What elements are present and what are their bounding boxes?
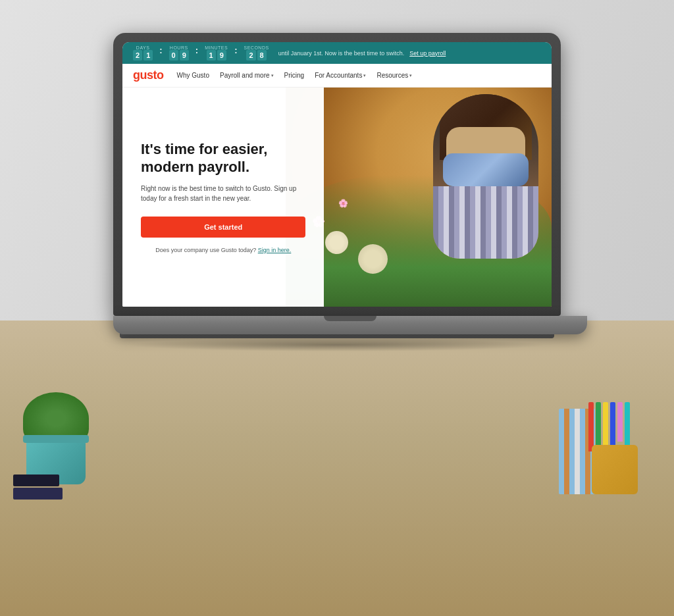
nav-pricing-label: Pricing (284, 72, 305, 79)
nav-for-accountants[interactable]: For Accountants ▾ (315, 72, 366, 79)
days-digit-1: 2 (133, 50, 142, 61)
laptop-lid: days 2 1 : hours 0 9 : (113, 33, 561, 316)
days-digits: 2 1 (133, 50, 153, 61)
signin-prompt-text: Does your company use Gusto today? (155, 247, 256, 253)
headline-line1: It's time for easier, (141, 141, 267, 157)
plant-decoration (20, 392, 92, 484)
nav-payroll-more[interactable]: Payroll and more ▾ (220, 72, 274, 79)
nav-why-gusto-label: Why Gusto (177, 72, 209, 79)
pen-green (596, 402, 601, 445)
pen-holder (592, 445, 638, 494)
hero-background-image: 🌸 🌸 (286, 88, 552, 307)
pen-blue (610, 402, 615, 448)
nav-why-gusto[interactable]: Why Gusto (177, 72, 209, 79)
nav-links: Why Gusto Payroll and more ▾ Pricing For… (177, 72, 413, 79)
gusto-logo[interactable]: gusto (133, 68, 164, 82)
minutes-digit-2: 9 (217, 50, 226, 61)
nav-payroll-label: Payroll and more (220, 72, 270, 79)
seconds-digits: 2 8 (246, 50, 266, 61)
hero-headline: It's time for easier, modern payroll. (141, 141, 305, 176)
countdown-banner: days 2 1 : hours 0 9 : (122, 42, 552, 64)
dandelion-3 (358, 244, 388, 274)
setup-payroll-link[interactable]: Set up payroll (409, 50, 446, 57)
laptop-shadow (126, 338, 548, 351)
sep-1: : (159, 45, 162, 61)
dandelion-2 (325, 231, 348, 254)
nav-pricing[interactable]: Pricing (284, 72, 305, 79)
pen-red (588, 402, 594, 451)
pen-pink (617, 402, 623, 442)
book-1 (13, 475, 59, 486)
laptop-base (113, 316, 587, 334)
sep-3: : (234, 45, 237, 61)
seconds-label: seconds (244, 45, 269, 50)
headline-line2: modern payroll. (141, 159, 249, 175)
pen-teal (625, 402, 630, 449)
minutes-digits: 1 9 (207, 50, 226, 61)
sep-2: : (195, 45, 198, 61)
minutes-group: minutes 1 9 (205, 45, 228, 61)
payroll-chevron-icon: ▾ (271, 73, 274, 78)
nav-resources[interactable]: Resources ▾ (376, 72, 412, 79)
nav-resources-label: Resources (376, 72, 408, 79)
days-group: days 2 1 (133, 45, 153, 61)
book-2 (13, 488, 63, 500)
countdown-message: until January 1st. Now is the best time … (278, 50, 405, 57)
days-digit-2: 1 (143, 50, 153, 61)
days-label: days (136, 45, 150, 50)
get-started-button[interactable]: Get started (141, 217, 305, 238)
signin-prompt: Does your company use Gusto today? Sign … (141, 247, 305, 253)
resources-chevron-icon: ▾ (409, 73, 412, 78)
hours-digits: 0 9 (169, 50, 189, 61)
seconds-digit-2: 8 (257, 50, 267, 61)
laptop: days 2 1 : hours 0 9 : (113, 33, 561, 351)
nav-accountants-label: For Accountants (315, 72, 362, 79)
hours-digit-1: 0 (169, 50, 178, 61)
screen-content: days 2 1 : hours 0 9 : (122, 42, 552, 307)
book-stack (13, 475, 66, 501)
screen-bezel: days 2 1 : hours 0 9 : (122, 42, 552, 307)
hours-label: hours (170, 45, 188, 50)
pink-flower-2: 🌸 (338, 199, 348, 208)
hours-digit-2: 9 (180, 50, 189, 61)
minutes-label: minutes (205, 45, 228, 50)
signin-link[interactable]: Sign in here. (258, 247, 292, 253)
pen-holder-container (592, 445, 638, 494)
hours-group: hours 0 9 (169, 45, 189, 61)
hero-section: 🌸 🌸 (122, 88, 552, 307)
hero-subtext: Right now is the best time to switch to … (141, 184, 305, 203)
seconds-digit-1: 2 (246, 50, 255, 61)
seconds-group: seconds 2 8 (244, 45, 269, 61)
navigation-bar: gusto Why Gusto Payroll and more ▾ Prici… (122, 64, 552, 88)
hero-card: It's time for easier, modern payroll. Ri… (122, 88, 324, 307)
minutes-digit-1: 1 (207, 50, 216, 61)
accountants-chevron-icon: ▾ (363, 73, 366, 78)
